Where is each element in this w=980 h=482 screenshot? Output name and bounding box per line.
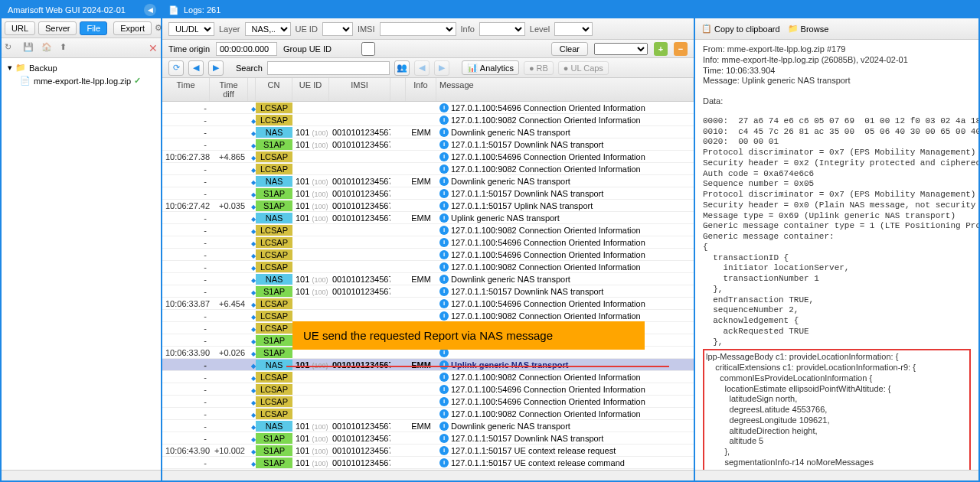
- info-icon[interactable]: i: [439, 213, 449, 223]
- search-input[interactable]: [267, 61, 390, 75]
- log-row[interactable]: -◆S1AP101 (100)001010123456789i127.0.1.1…: [162, 187, 694, 200]
- info-icon[interactable]: i: [439, 385, 449, 394]
- log-row[interactable]: -◆NAS101 (100)001010123456789EMMiDownlin…: [162, 175, 694, 187]
- info-icon[interactable]: i: [439, 287, 449, 296]
- export-button[interactable]: Export: [113, 21, 152, 35]
- analytics-button[interactable]: 📊Analytics: [462, 60, 519, 75]
- info-icon[interactable]: i: [439, 238, 449, 247]
- log-row[interactable]: -◆LCSAPi127.0.1.100:54696 Connection Ori…: [162, 396, 694, 408]
- info-icon[interactable]: i: [439, 422, 449, 431]
- filter-extra-select[interactable]: [594, 43, 648, 55]
- log-row[interactable]: 10:06:27.389+4.865◆LCSAPi127.0.1.100:546…: [162, 151, 694, 163]
- info-icon[interactable]: i: [439, 373, 449, 382]
- log-row[interactable]: -◆S1AP101 (100)001010123456789i127.0.1.1…: [162, 432, 694, 445]
- info-icon[interactable]: i: [439, 164, 449, 174]
- log-row[interactable]: -◆LCSAPi127.0.1.100:54696 Connection Ori…: [162, 249, 694, 261]
- header-time[interactable]: Time: [162, 78, 210, 101]
- log-row[interactable]: -◆LCSAPi127.0.1.100:9082 Connection Orie…: [162, 114, 694, 126]
- tree-file-item[interactable]: 📄 mme-export-lte-lpp.log.zip ✓: [20, 74, 155, 87]
- log-row[interactable]: -◆LCSAPi127.0.1.100:9082 Connection Orie…: [162, 163, 694, 175]
- nav-next-icon[interactable]: ▶: [208, 60, 224, 76]
- log-row[interactable]: -◆NAS101 (100)001010123456789EMMiDownlin…: [162, 126, 694, 138]
- home-icon[interactable]: 🏠: [41, 42, 54, 54]
- log-grid[interactable]: Time Time diff CN UE ID IMSI Info Messag…: [162, 78, 694, 470]
- info-icon[interactable]: i: [439, 177, 449, 186]
- log-row[interactable]: -◆NAS101 (100)001010123456789EMMiUplink …: [162, 359, 694, 371]
- info-icon[interactable]: i: [439, 275, 449, 284]
- collapse-left-icon[interactable]: ◀: [144, 4, 156, 16]
- log-row[interactable]: 10:06:33.878+6.454◆LCSAPi127.0.1.100:546…: [162, 298, 694, 310]
- info-icon[interactable]: i: [439, 250, 449, 259]
- scrollbar-horizontal[interactable]: [2, 470, 161, 482]
- group-ueid-checkbox[interactable]: [338, 42, 399, 56]
- up-icon[interactable]: ⬆: [60, 42, 72, 54]
- info-icon[interactable]: i: [439, 189, 449, 198]
- add-filter-button[interactable]: +: [654, 42, 668, 56]
- scrollbar-horizontal[interactable]: [695, 470, 978, 482]
- header-diff[interactable]: Time diff: [210, 78, 248, 101]
- info-icon[interactable]: i: [439, 128, 449, 137]
- nav-prev-icon[interactable]: ◀: [188, 60, 204, 76]
- refresh-icon[interactable]: ↻: [5, 42, 17, 54]
- log-row[interactable]: -◆NAS101 (100)001010123456789EMMiUplink …: [162, 212, 694, 224]
- search-prev-icon[interactable]: ◀: [414, 60, 430, 76]
- info-icon[interactable]: i: [439, 397, 449, 406]
- ueid-select[interactable]: [322, 22, 353, 36]
- info-icon[interactable]: i: [439, 458, 449, 467]
- export-menu-icon[interactable]: ⚙: [155, 23, 162, 33]
- log-row[interactable]: -◆LCSAPi127.0.1.100:54696 Connection Ori…: [162, 102, 694, 114]
- save-icon[interactable]: 💾: [23, 42, 35, 54]
- info-icon[interactable]: i: [439, 201, 449, 210]
- log-row[interactable]: -◆LCSAPi127.0.1.100:54696 Connection Ori…: [162, 236, 694, 249]
- detail-panel[interactable]: From: mme-export-lte-lpp.log.zip #179 In…: [695, 40, 978, 470]
- layer-select[interactable]: NAS,...: [245, 22, 291, 36]
- log-row[interactable]: -◆LCSAPi127.0.1.100:9082 Connection Orie…: [162, 310, 694, 322]
- header-msg[interactable]: Message: [436, 78, 694, 101]
- users-icon[interactable]: 👥: [394, 60, 410, 76]
- log-row[interactable]: -◆LCSAPi127.0.1.100:9082 Connection Orie…: [162, 224, 694, 236]
- url-button[interactable]: URL: [5, 21, 35, 35]
- log-row[interactable]: -◆S1AP101 (100)001010123456789i127.0.1.1…: [162, 457, 694, 469]
- header-ueid[interactable]: UE ID: [292, 78, 329, 101]
- uldl-select[interactable]: UL/DL: [168, 22, 214, 36]
- rb-button[interactable]: ●RB: [524, 61, 554, 75]
- tree-folder-backup[interactable]: ▾ 📁 Backup: [8, 61, 155, 74]
- info-icon[interactable]: i: [439, 360, 449, 370]
- info-select[interactable]: [479, 22, 525, 36]
- time-origin-input[interactable]: [216, 42, 277, 56]
- header-imsi[interactable]: IMSI: [329, 78, 390, 101]
- log-row[interactable]: -◆NAS101 (100)001010123456789EMMiDownlin…: [162, 273, 694, 285]
- log-row[interactable]: -◆NAS101 (100)001010123456789EMMiDownlin…: [162, 420, 694, 432]
- log-row[interactable]: -◆LCSAPi127.0.1.100:54696 Connection Ori…: [162, 383, 694, 396]
- info-icon[interactable]: i: [439, 226, 449, 235]
- log-row[interactable]: -◆LCSAPi127.0.1.100:9082 Connection Orie…: [162, 408, 694, 420]
- close-icon[interactable]: ✕: [149, 42, 158, 54]
- scrollbar-horizontal[interactable]: [162, 470, 694, 482]
- header-info[interactable]: Info: [406, 78, 436, 101]
- info-icon[interactable]: i: [439, 116, 449, 125]
- server-button[interactable]: Server: [38, 21, 77, 35]
- info-icon[interactable]: i: [439, 152, 449, 161]
- refresh-nav-icon[interactable]: ⟳: [168, 60, 184, 76]
- clear-button[interactable]: Clear: [551, 42, 588, 56]
- log-row[interactable]: -◆LCSAPi127.0.1.100:9082 Connection Orie…: [162, 371, 694, 383]
- info-icon[interactable]: i: [439, 299, 449, 308]
- tree-expand-icon[interactable]: ▾: [8, 63, 12, 73]
- log-row[interactable]: -◆S1AP101 (100)001010123456789i127.0.1.1…: [162, 285, 694, 298]
- file-button[interactable]: File: [80, 21, 107, 35]
- info-icon[interactable]: i: [439, 103, 449, 112]
- info-icon[interactable]: i: [439, 409, 449, 418]
- info-icon[interactable]: i: [439, 140, 449, 149]
- level-select[interactable]: [554, 22, 593, 36]
- info-icon[interactable]: i: [439, 311, 449, 321]
- log-row[interactable]: 10:06:43.906+10.002◆S1AP101 (100)0010101…: [162, 445, 694, 457]
- browse-button[interactable]: 📁Browse: [788, 24, 829, 34]
- info-icon[interactable]: i: [439, 446, 449, 455]
- imsi-select[interactable]: [380, 22, 456, 36]
- info-icon[interactable]: i: [439, 434, 449, 443]
- header-cn[interactable]: CN: [256, 78, 292, 101]
- search-next-icon[interactable]: ▶: [434, 60, 449, 76]
- ulcaps-button[interactable]: ●UL Caps: [558, 61, 609, 75]
- log-row[interactable]: 10:06:27.424+0.035◆S1AP101 (100)00101012…: [162, 200, 694, 212]
- remove-filter-button[interactable]: −: [674, 42, 688, 56]
